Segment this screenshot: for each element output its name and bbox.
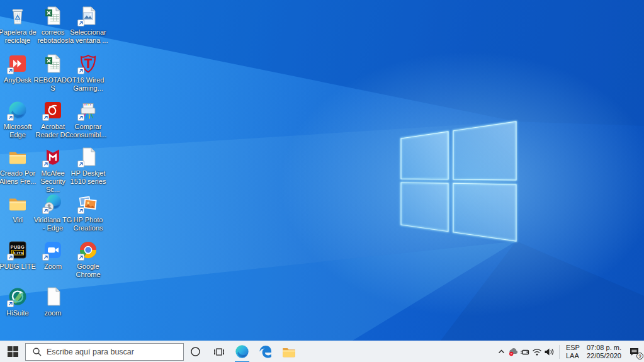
file-explorer-icon (281, 344, 297, 359)
desktop-icon-rebotados[interactable]: REBOTADOS (33, 53, 73, 93)
desktop-icon-seleccionar-ventana[interactable]: Seleccionar la ventana ... (68, 5, 108, 45)
start-button[interactable] (0, 341, 25, 362)
desktop-icon-label: McAfee Security Sc... (33, 169, 73, 194)
edge-profile-icon (42, 193, 64, 214)
wifi-tray-button[interactable] (531, 341, 543, 362)
desktop-icon-recycle-bin[interactable]: Papelera de reciclaje (0, 5, 38, 45)
svg-text:PUBG: PUBG (11, 245, 25, 249)
shortcut-arrow-icon (7, 254, 14, 261)
desktop-icon-label: HP Deskjet 1510 series (68, 169, 108, 186)
anydesk-icon (7, 53, 28, 74)
desktop-icon-t16-wired-gaming[interactable]: T16 Wired Gaming... (68, 53, 108, 93)
desktop-icon-label: T16 Wired Gaming... (68, 76, 108, 93)
shortcut-arrow-icon (42, 207, 49, 214)
desktop-icon-mcafee[interactable]: McAfee Security Sc... (33, 146, 73, 194)
desktop-icon-label: PUBG LITE (0, 263, 38, 271)
excel-file-icon (42, 5, 64, 26)
shortcut-arrow-icon (7, 300, 14, 307)
desktop-icon-label: AnyDesk (0, 76, 38, 84)
action-center-button[interactable]: 9 (625, 341, 644, 362)
system-tray: ESP LAA 07:08 p. m. 22/05/2020 9 (495, 341, 644, 362)
document-icon (42, 286, 64, 307)
photo-icon (77, 193, 99, 214)
shortcut-arrow-icon (42, 161, 49, 167)
desktop-icon-comprar-consumibles[interactable]: Comprar consumibl... (68, 99, 108, 139)
shortcut-arrow-icon (42, 114, 49, 121)
clock-date: 22/05/2020 (587, 352, 621, 360)
taskbar: ESP LAA 07:08 p. m. 22/05/2020 9 (0, 341, 644, 362)
shortcut-arrow-icon (77, 207, 84, 214)
wifi-icon (532, 348, 542, 356)
desktop-icon-label: Microsoft Edge (0, 123, 38, 139)
shortcut-arrow-icon (7, 114, 14, 121)
desktop-icon-label: Viridiana TG - Edge (33, 216, 73, 232)
desktop-icon-pubg-lite[interactable]: PUBGLITEPUBG LITE (0, 239, 38, 271)
svg-text:LITE: LITE (14, 251, 24, 255)
desktop-icon-acrobat-reader[interactable]: Acrobat Reader DC (33, 99, 73, 139)
image-file-icon (77, 5, 99, 26)
clock[interactable]: 07:08 p. m. 22/05/2020 (583, 344, 625, 359)
desktop-icon-microsoft-edge[interactable]: Microsoft Edge (0, 99, 38, 139)
language-indicator[interactable]: ESP LAA (563, 344, 583, 359)
usb-device-tray-button[interactable] (519, 341, 531, 362)
shortcut-arrow-icon (77, 254, 84, 261)
pubg-icon: PUBGLITE (7, 239, 28, 261)
edge-icon (234, 344, 250, 359)
onedrive-error-icon (508, 347, 519, 356)
shortcut-arrow-icon (77, 161, 84, 167)
printer-icon (77, 146, 99, 167)
desktop-icon-label: Seleccionar la ventana ... (68, 28, 108, 45)
desktop-icon-label: Google Chrome (68, 263, 108, 279)
recycle-bin-icon (7, 5, 28, 26)
desktop-icon-correos-rebotados[interactable]: correos rebotados (33, 5, 73, 45)
desktop-icon-label: Papelera de reciclaje (0, 28, 38, 45)
acrobat-icon (42, 99, 64, 121)
desktop-icon-label: correos rebotados (33, 28, 73, 45)
desktop-icon-zoom-doc[interactable]: zoom (33, 286, 73, 317)
show-hidden-icons-button[interactable] (495, 341, 507, 362)
search-input[interactable] (47, 348, 172, 356)
desktop-icon-label: HiSuite (0, 309, 38, 317)
shortcut-arrow-icon (77, 67, 84, 74)
desktop-icon-label: zoom (33, 309, 73, 317)
shortcut-arrow-icon (77, 114, 84, 121)
taskbar-file-explorer-button[interactable] (277, 341, 300, 362)
task-view-button[interactable] (207, 341, 230, 362)
desktop-wallpaper[interactable]: Papelera de reciclajecorreos rebotadosSe… (0, 0, 644, 341)
desktop-icon-anydesk[interactable]: AnyDesk (0, 53, 38, 84)
taskbar-search-box[interactable] (25, 343, 184, 361)
desktop-icon-viridiana-tg-edge[interactable]: Viridiana TG - Edge (33, 193, 73, 232)
desktop-icon-label: HP Photo Creations (68, 216, 108, 232)
notification-count-badge: 9 (636, 353, 643, 359)
desktop-icon-label: Acrobat Reader DC (33, 123, 73, 139)
tray-divider (559, 345, 560, 359)
desktop-icon-hp-deskjet[interactable]: HP Deskjet 1510 series (68, 146, 108, 186)
desktop-icon-hisuite[interactable]: HiSuite (0, 286, 38, 317)
desktop-icon-viri[interactable]: Viri (0, 193, 38, 224)
desktop-icon-label: Zoom (33, 263, 73, 271)
volume-icon (544, 348, 555, 356)
taskbar-edge-button[interactable] (230, 341, 254, 362)
cortana-button[interactable] (184, 341, 207, 362)
edge-icon (7, 99, 28, 121)
language-code: ESP (566, 344, 580, 352)
onedrive-tray-button[interactable] (507, 341, 519, 362)
zoom-app-icon (42, 239, 64, 261)
task-view-icon (213, 347, 225, 357)
printer-ink-icon (77, 99, 99, 121)
desktop-icon-creado-por-aliens[interactable]: Creado Por Aliens Fre... (0, 146, 38, 186)
volume-tray-button[interactable] (543, 341, 555, 362)
taskbar-edge-legacy-button[interactable] (254, 341, 277, 362)
edge-legacy-icon (258, 344, 273, 359)
clock-time: 07:08 p. m. (587, 344, 621, 352)
excel-file-icon (42, 53, 64, 74)
desktop-icon-google-chrome[interactable]: Google Chrome (68, 239, 108, 279)
desktop-icon-hp-photo-creations[interactable]: HP Photo Creations (68, 193, 108, 232)
desktop-icon-zoom-app[interactable]: Zoom (33, 239, 73, 271)
desktop-icon-label: Creado Por Aliens Fre... (0, 169, 38, 186)
mcafee-icon (42, 146, 64, 167)
shortcut-arrow-icon (42, 254, 49, 261)
chrome-icon (77, 239, 99, 261)
desktop-icon-label: Viri (0, 216, 38, 224)
search-icon (33, 348, 42, 356)
